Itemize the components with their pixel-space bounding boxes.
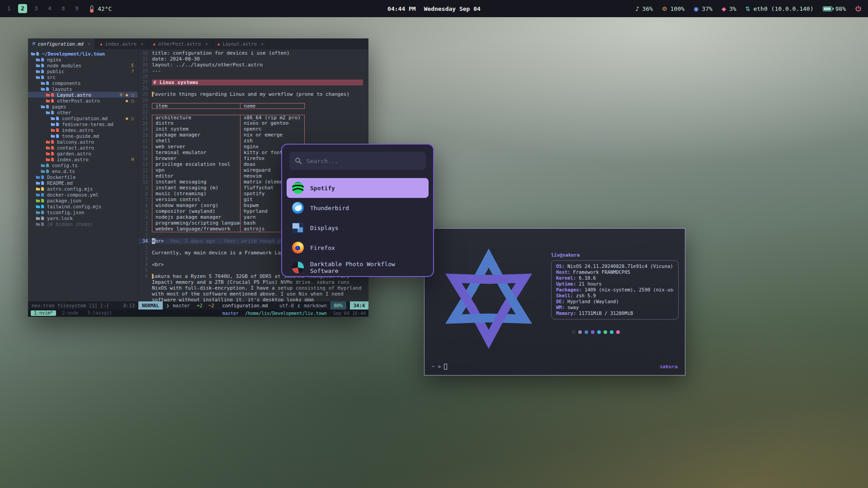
tree-item[interactable]: env.d.ts xyxy=(28,168,138,174)
tree-item[interactable]: pages xyxy=(28,103,138,109)
workspace-button[interactable]: 2 xyxy=(18,4,27,13)
tree-item[interactable]: index.astro H xyxy=(28,156,138,162)
tree-item[interactable]: fediverse-terms.md xyxy=(28,121,138,127)
line-number: 31 xyxy=(138,56,152,62)
tree-item[interactable]: docker-compose.yml xyxy=(28,192,138,197)
tree-item-label: contact.astro xyxy=(57,145,94,150)
tree-item[interactable]: tone-guide.md xyxy=(28,133,138,139)
table-cell-item: web server xyxy=(152,144,241,150)
file-icon xyxy=(46,110,55,115)
tmux-cwd: /home/liv/Development/liv.town xyxy=(245,311,327,316)
bar-modules: ♪ 36% ⚙ 100% ◉ 37% ◆ 3% xyxy=(635,5,813,12)
tree-item[interactable]: astro.config.mjs xyxy=(28,186,138,192)
bar-module[interactable]: ◆ 3% xyxy=(722,5,736,12)
tree-item[interactable]: other xyxy=(28,109,138,115)
workspace-button[interactable]: 3 xyxy=(32,4,41,13)
tree-item[interactable]: README.md xyxy=(28,180,138,186)
tree-item[interactable]: garden.astro xyxy=(28,150,138,156)
tree-item[interactable]: yarn.lock xyxy=(28,215,138,221)
file-icon xyxy=(36,210,45,215)
tree-item[interactable]: components xyxy=(28,80,138,86)
tab-close-icon[interactable]: × xyxy=(261,41,264,47)
launcher-item[interactable]: Thunderbird xyxy=(287,198,429,218)
app-name: Displays xyxy=(310,225,339,231)
table-cell-item: music (streaming) xyxy=(152,191,241,197)
tree-item[interactable]: public ? xyxy=(28,68,138,74)
tree-item[interactable]: Layout.astro H ● □ xyxy=(28,92,138,98)
fetch-key: OS: xyxy=(556,263,565,269)
tree-item[interactable]: config.ts xyxy=(28,162,138,168)
tmux-window[interactable]: 2:node xyxy=(59,310,81,316)
fetch-value: NixOS 24.11.20240828.71e91c4 (Vicuna) x8… xyxy=(567,263,674,269)
search-input[interactable] xyxy=(307,158,420,164)
line-number: 1 xyxy=(138,232,152,238)
table-cell-item: package manager xyxy=(152,132,241,138)
workspace-button[interactable]: 9 xyxy=(72,4,81,13)
editor-tab[interactable]: ▲ Layout.astro × xyxy=(213,38,269,49)
editor-tab[interactable]: ▲ index.astro × xyxy=(95,38,148,49)
tab-close-icon[interactable]: × xyxy=(88,41,90,47)
editor-tab[interactable]: M configuration.md × xyxy=(28,38,95,49)
file-icon xyxy=(46,99,55,103)
tmux-window[interactable]: 1:nvim* xyxy=(31,310,56,316)
statusline-separator: ❯ xyxy=(166,303,169,308)
markdown-heading-line: 27 # Linux systems xyxy=(138,80,368,85)
tree-item[interactable]: configuration.md ● □ xyxy=(28,115,138,121)
tmux-window[interactable]: 3:lazygit xyxy=(84,310,115,316)
table-cell-item: programming/scripting language xyxy=(152,221,241,226)
table-cell-name: openrc xyxy=(241,127,305,132)
launcher-item[interactable]: Spotify xyxy=(287,178,429,198)
line-number: 2 xyxy=(138,226,152,232)
frontmatter-lines: 32 title: configuration for devices i us… xyxy=(138,50,368,80)
table-cell-item: privilege escalation tool xyxy=(152,162,241,168)
tree-item[interactable]: Dockerfile xyxy=(28,174,138,180)
tab-close-icon[interactable]: × xyxy=(205,41,208,47)
tree-item[interactable]: contact.astro xyxy=(28,145,138,150)
app-icon xyxy=(292,222,304,234)
temperature-module[interactable]: 42°C xyxy=(90,5,112,12)
tree-item[interactable]: layouts xyxy=(28,86,138,92)
file-icon xyxy=(51,128,60,132)
tree-item[interactable]: src xyxy=(28,74,138,80)
workspace-button[interactable]: 4 xyxy=(45,4,54,13)
line-number: 10 xyxy=(138,179,152,185)
launcher-item[interactable]: Displays xyxy=(287,218,429,238)
battery-module[interactable]: 98% xyxy=(823,5,846,12)
app-name: Spotify xyxy=(310,185,335,192)
tree-item-git-marks: H ● □ xyxy=(120,93,134,97)
tree-item[interactable]: node_modules E xyxy=(28,62,138,68)
cursor-position: 34:4 xyxy=(350,301,368,310)
tab-label: otherPost.astro xyxy=(158,41,201,47)
tree-item[interactable]: tailwind.config.mjs xyxy=(28,203,138,209)
table-header-item: item xyxy=(152,103,241,109)
prompt-path: ~ xyxy=(432,364,435,370)
tree-item[interactable]: (6 hidden items) xyxy=(28,221,138,227)
tree-item[interactable]: tsconfig.json xyxy=(28,209,138,215)
tree-item[interactable]: ~/Development/liv.town xyxy=(28,51,138,56)
bar-module[interactable]: ◉ 37% xyxy=(693,5,712,12)
bar-module[interactable]: ♪ 36% xyxy=(635,5,653,12)
workspace-button[interactable]: 8 xyxy=(59,4,68,13)
fetch-value: 11731MiB / 31280MiB xyxy=(579,310,633,316)
bar-module[interactable]: ⚙ 100% xyxy=(662,5,684,12)
status-row: neo-tree filesystem [1] [-] 8:13 NORMAL … xyxy=(28,301,368,310)
tree-item[interactable]: nginx xyxy=(28,56,138,62)
search-box[interactable] xyxy=(289,152,426,170)
tree-item-label: other xyxy=(57,110,71,115)
table-row: 20 distro nixos or gentoo xyxy=(138,121,368,127)
tree-item[interactable]: balcony.astro xyxy=(28,139,138,145)
tree-item-label: public xyxy=(47,69,64,74)
tab-close-icon[interactable]: × xyxy=(141,41,143,47)
launcher-item[interactable]: Darktable Photo Workflow Software xyxy=(287,258,429,277)
tree-item[interactable]: package.json xyxy=(28,197,138,203)
shell-prompt[interactable]: ~ > xyxy=(432,364,447,370)
tree-item[interactable]: index.astro xyxy=(28,127,138,133)
launcher-item[interactable]: Firefox xyxy=(287,238,429,258)
power-button[interactable] xyxy=(855,5,862,12)
tree-item[interactable]: otherPost.astro ● □ xyxy=(28,98,138,103)
editor-tab[interactable]: ▲ otherPost.astro × xyxy=(148,38,213,49)
tree-item-git-marks: ? xyxy=(132,69,134,74)
table-cell-item: editor xyxy=(152,174,241,179)
bar-module[interactable]: ⇅ eth0 (10.0.0.140) xyxy=(745,5,814,12)
workspace-button[interactable]: 1 xyxy=(5,4,14,13)
